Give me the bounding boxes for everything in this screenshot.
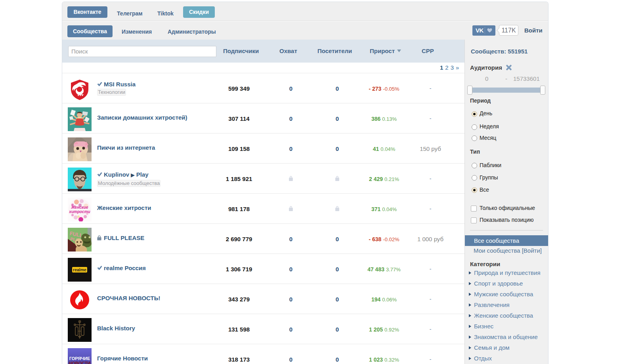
svg-text:ГОРЯЧИЕ: ГОРЯЧИЕ bbox=[69, 356, 90, 361]
svg-text:хитрости: хитрости bbox=[69, 210, 90, 214]
svg-text:НОВОСТИ: НОВОСТИ bbox=[69, 361, 90, 364]
svg-text:Женские: Женские bbox=[71, 205, 88, 210]
svg-text:realme: realme bbox=[73, 267, 86, 272]
